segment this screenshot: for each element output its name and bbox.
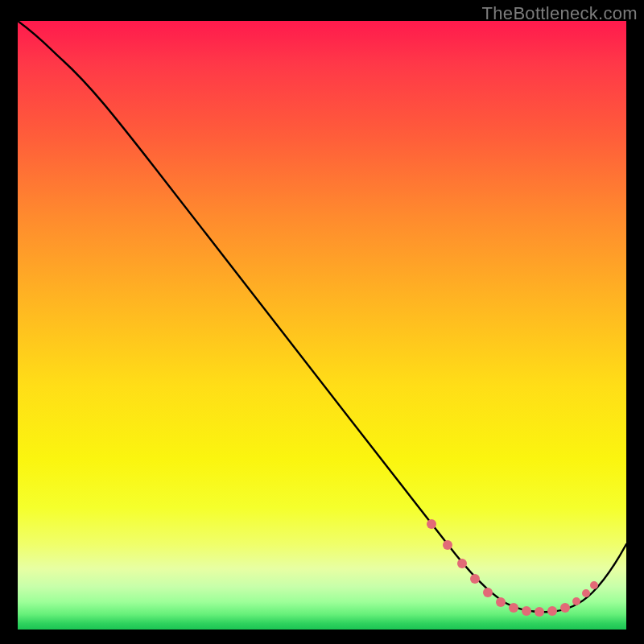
marker-dot <box>427 519 436 529</box>
marker-dot <box>483 588 493 597</box>
marker-dot <box>457 559 467 568</box>
marker-dot <box>509 603 518 613</box>
marker-dot <box>522 606 531 616</box>
marker-dot <box>572 597 580 605</box>
marker-dot <box>590 581 598 589</box>
marker-dot <box>547 606 557 616</box>
marker-dot <box>560 603 570 613</box>
marker-dot <box>443 540 452 550</box>
curve-path <box>18 21 626 612</box>
plot-area <box>18 21 626 630</box>
marker-dot <box>496 597 506 607</box>
chart-svg <box>18 21 626 630</box>
marker-dot <box>535 607 544 617</box>
chart-frame: TheBottleneck.com <box>0 0 644 644</box>
marker-dot <box>470 574 480 584</box>
marker-group <box>427 519 598 617</box>
marker-dot <box>582 589 590 597</box>
